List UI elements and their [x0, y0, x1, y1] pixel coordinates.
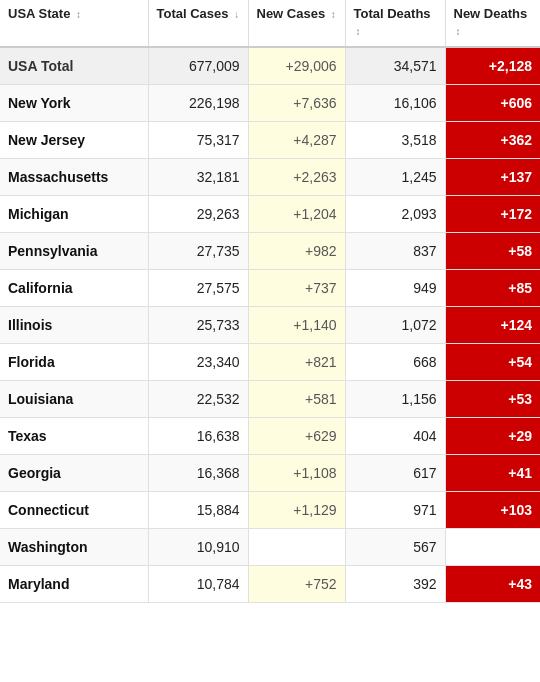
new-deaths: +41 [445, 454, 540, 491]
state-name: Michigan [0, 195, 148, 232]
table-row: Texas 16,638 +629 404 +29 [0, 417, 540, 454]
new-cases: +1,129 [248, 491, 345, 528]
total-deaths: 1,156 [345, 380, 445, 417]
total-cases: 32,181 [148, 158, 248, 195]
state-name: Florida [0, 343, 148, 380]
table-row: Florida 23,340 +821 668 +54 [0, 343, 540, 380]
total-total-cases: 677,009 [148, 47, 248, 85]
new-cases: +2,263 [248, 158, 345, 195]
new-deaths [445, 528, 540, 565]
total-deaths: 1,072 [345, 306, 445, 343]
state-name: California [0, 269, 148, 306]
total-cases: 10,784 [148, 565, 248, 602]
new-deaths: +172 [445, 195, 540, 232]
total-deaths: 668 [345, 343, 445, 380]
header-total-cases: Total Cases ↓ [148, 0, 248, 47]
table-row: Connecticut 15,884 +1,129 971 +103 [0, 491, 540, 528]
header-new-cases: New Cases ↕ [248, 0, 345, 47]
state-name: Connecticut [0, 491, 148, 528]
table-row: Maryland 10,784 +752 392 +43 [0, 565, 540, 602]
new-cases: +629 [248, 417, 345, 454]
total-cases: 16,638 [148, 417, 248, 454]
state-name: Pennsylvania [0, 232, 148, 269]
new-deaths: +29 [445, 417, 540, 454]
total-cases: 27,735 [148, 232, 248, 269]
total-deaths: 567 [345, 528, 445, 565]
new-deaths: +53 [445, 380, 540, 417]
total-cases: 15,884 [148, 491, 248, 528]
sort-total-deaths-icon[interactable]: ↕ [356, 25, 361, 38]
table-row: Massachusetts 32,181 +2,263 1,245 +137 [0, 158, 540, 195]
total-deaths: 2,093 [345, 195, 445, 232]
header-state: USA State ↕ [0, 0, 148, 47]
new-cases: +821 [248, 343, 345, 380]
new-cases: +4,287 [248, 121, 345, 158]
state-name: Maryland [0, 565, 148, 602]
total-cases: 10,910 [148, 528, 248, 565]
total-deaths: 971 [345, 491, 445, 528]
total-cases: 27,575 [148, 269, 248, 306]
total-deaths: 949 [345, 269, 445, 306]
table-row: Illinois 25,733 +1,140 1,072 +124 [0, 306, 540, 343]
total-deaths: 3,518 [345, 121, 445, 158]
header-new-deaths: New Deaths ↕ [445, 0, 540, 47]
state-name: Massachusetts [0, 158, 148, 195]
new-cases: +1,108 [248, 454, 345, 491]
table-row: California 27,575 +737 949 +85 [0, 269, 540, 306]
new-cases: +752 [248, 565, 345, 602]
total-cases: 25,733 [148, 306, 248, 343]
total-cases: 75,317 [148, 121, 248, 158]
total-deaths: 392 [345, 565, 445, 602]
sort-new-deaths-icon[interactable]: ↕ [456, 25, 461, 38]
new-deaths: +137 [445, 158, 540, 195]
table-row: Louisiana 22,532 +581 1,156 +53 [0, 380, 540, 417]
total-new-deaths: +2,128 [445, 47, 540, 85]
new-cases: +581 [248, 380, 345, 417]
total-cases: 29,263 [148, 195, 248, 232]
new-deaths: +606 [445, 84, 540, 121]
new-cases: +982 [248, 232, 345, 269]
total-deaths: 617 [345, 454, 445, 491]
new-deaths: +58 [445, 232, 540, 269]
new-deaths: +124 [445, 306, 540, 343]
table-row: New Jersey 75,317 +4,287 3,518 +362 [0, 121, 540, 158]
total-deaths: 837 [345, 232, 445, 269]
total-cases: 23,340 [148, 343, 248, 380]
state-name: New York [0, 84, 148, 121]
state-name: New Jersey [0, 121, 148, 158]
total-total-deaths: 34,571 [345, 47, 445, 85]
total-deaths: 16,106 [345, 84, 445, 121]
new-deaths: +85 [445, 269, 540, 306]
sort-total-cases-icon[interactable]: ↓ [234, 8, 239, 21]
table-row: Pennsylvania 27,735 +982 837 +58 [0, 232, 540, 269]
header-total-deaths: Total Deaths ↕ [345, 0, 445, 47]
state-name: Washington [0, 528, 148, 565]
state-name: Texas [0, 417, 148, 454]
table-row: Washington 10,910 567 [0, 528, 540, 565]
new-deaths: +362 [445, 121, 540, 158]
total-deaths: 404 [345, 417, 445, 454]
new-cases: +7,636 [248, 84, 345, 121]
total-new-cases: +29,006 [248, 47, 345, 85]
state-name: Illinois [0, 306, 148, 343]
state-name: Louisiana [0, 380, 148, 417]
total-row: USA Total 677,009 +29,006 34,571 +2,128 [0, 47, 540, 85]
table-row: Georgia 16,368 +1,108 617 +41 [0, 454, 540, 491]
total-cases: 226,198 [148, 84, 248, 121]
state-name: Georgia [0, 454, 148, 491]
total-cases: 22,532 [148, 380, 248, 417]
new-deaths: +103 [445, 491, 540, 528]
total-state-name: USA Total [0, 47, 148, 85]
new-cases [248, 528, 345, 565]
new-deaths: +43 [445, 565, 540, 602]
total-deaths: 1,245 [345, 158, 445, 195]
total-cases: 16,368 [148, 454, 248, 491]
new-deaths: +54 [445, 343, 540, 380]
new-cases: +737 [248, 269, 345, 306]
new-cases: +1,140 [248, 306, 345, 343]
table-row: New York 226,198 +7,636 16,106 +606 [0, 84, 540, 121]
table-row: Michigan 29,263 +1,204 2,093 +172 [0, 195, 540, 232]
new-cases: +1,204 [248, 195, 345, 232]
sort-new-cases-icon[interactable]: ↕ [331, 8, 336, 21]
sort-state-icon[interactable]: ↕ [76, 8, 81, 21]
